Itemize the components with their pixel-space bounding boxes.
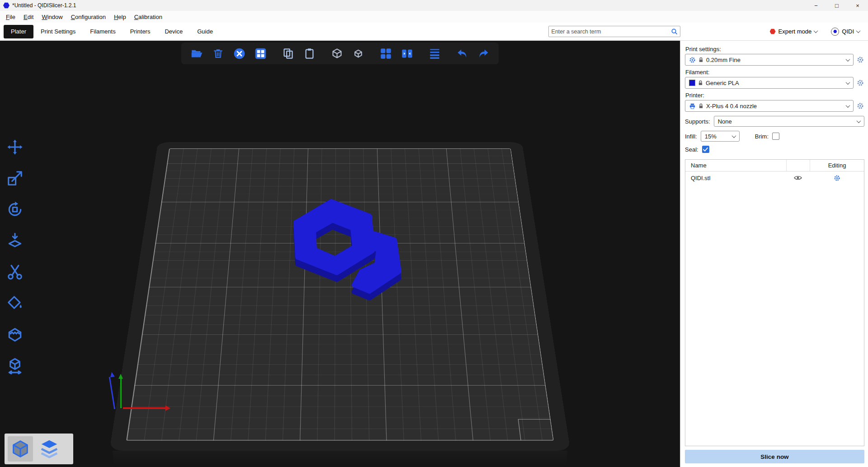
rotate-icon	[6, 201, 24, 218]
move-icon	[6, 138, 24, 156]
supports-combo[interactable]: None	[714, 116, 864, 127]
place-on-face-tool[interactable]	[5, 230, 25, 251]
menu-file[interactable]: File	[2, 12, 19, 22]
close-button[interactable]: ×	[847, 0, 868, 11]
measure-tool[interactable]	[5, 355, 25, 376]
place-on-face-icon	[6, 232, 24, 249]
variable-layer-height-button[interactable]	[426, 45, 443, 62]
printer-icon	[689, 103, 696, 110]
gear-icon	[857, 79, 864, 86]
delete-all-button[interactable]	[231, 45, 247, 62]
split-to-parts-button[interactable]	[399, 45, 415, 62]
cut-tool[interactable]	[5, 262, 25, 282]
open-file-button[interactable]	[189, 45, 205, 62]
brim-checkbox[interactable]	[772, 133, 779, 140]
menu-edit[interactable]: Edit	[19, 12, 38, 22]
column-visibility	[786, 160, 810, 171]
tab-print-settings[interactable]: Print Settings	[33, 25, 83, 38]
eye-icon[interactable]	[794, 175, 802, 181]
minimize-button[interactable]: −	[806, 0, 826, 11]
filament-gear-button[interactable]	[856, 79, 864, 87]
add-instance-icon	[331, 48, 343, 60]
menu-configuration[interactable]: Configuration	[67, 12, 110, 22]
object-list: Name Editing QIDI.stl	[685, 159, 864, 446]
scale-tool[interactable]	[5, 168, 25, 189]
copy-button[interactable]	[280, 45, 296, 62]
layer-height-icon	[429, 48, 441, 60]
split-objects-icon	[380, 48, 392, 60]
filament-value: Generic PLA	[706, 80, 739, 86]
model-qidi-stl[interactable]	[264, 198, 410, 301]
move-tool[interactable]	[5, 137, 25, 157]
column-editing: Editing	[810, 160, 864, 171]
menu-calibration[interactable]: Calibration	[130, 12, 166, 22]
infill-combo[interactable]: 15%	[701, 131, 740, 142]
menu-bar: File Edit Window Configuration Help Cali…	[0, 11, 868, 23]
tab-guide[interactable]: Guide	[190, 25, 220, 38]
paste-icon	[303, 48, 316, 60]
paint-bucket-icon	[6, 295, 24, 312]
layers-view-icon	[39, 438, 60, 459]
object-row[interactable]: QIDI.stl	[685, 172, 864, 184]
delete-button[interactable]	[210, 45, 226, 62]
printer-combo[interactable]: X-Plus 4 0.4 nozzle	[685, 100, 854, 112]
column-name: Name	[685, 162, 786, 169]
infill-value: 15%	[705, 133, 717, 140]
lock-icon	[698, 57, 703, 63]
account-label: QIDI	[842, 28, 854, 35]
account-menu[interactable]: QIDI	[831, 28, 860, 36]
tab-printers[interactable]: Printers	[123, 25, 158, 38]
slice-now-button[interactable]: Slice now	[685, 450, 864, 463]
chevron-down-icon	[814, 29, 818, 33]
view-3d-button[interactable]	[8, 436, 33, 462]
chevron-down-icon	[856, 29, 861, 33]
chevron-down-icon	[857, 119, 861, 123]
check-icon	[703, 148, 708, 152]
remove-instance-button[interactable]	[350, 45, 366, 62]
seal-checkbox[interactable]	[702, 146, 709, 153]
menu-help[interactable]: Help	[110, 12, 130, 22]
tab-plater[interactable]: Plater	[4, 25, 33, 38]
arrange-icon	[255, 48, 267, 60]
object-list-header: Name Editing	[685, 160, 864, 172]
arrange-button[interactable]	[252, 45, 269, 62]
window-title: *Untitled - QIDISlicer-1.2.1	[12, 2, 76, 9]
support-paint-tool[interactable]	[5, 293, 25, 314]
split-to-objects-button[interactable]	[377, 45, 394, 62]
fuzzy-skin-tool[interactable]	[5, 324, 25, 345]
mode-selector[interactable]: Expert mode	[770, 28, 818, 35]
infill-label: Infill:	[685, 133, 697, 140]
seal-label: Seal:	[685, 146, 698, 153]
print-settings-gear-button[interactable]	[856, 56, 864, 64]
tab-device[interactable]: Device	[157, 25, 190, 38]
rotate-tool[interactable]	[5, 199, 25, 220]
redo-icon	[477, 48, 490, 60]
printer-gear-button[interactable]	[856, 102, 864, 110]
maximize-button[interactable]: □	[826, 0, 847, 11]
print-settings-combo[interactable]: 0.20mm Fine	[685, 54, 854, 66]
add-instance-button[interactable]	[329, 45, 345, 62]
measure-icon	[6, 357, 24, 374]
edit-settings-icon[interactable]	[834, 175, 840, 181]
print-settings-value: 0.20mm Fine	[706, 57, 741, 63]
paste-button[interactable]	[301, 45, 317, 62]
bed-corner-notch	[518, 419, 553, 440]
search-box	[548, 26, 680, 37]
view-layers-button[interactable]	[37, 436, 62, 462]
supports-value: None	[718, 118, 732, 125]
redo-button[interactable]	[475, 45, 491, 62]
object-name: QIDI.stl	[685, 175, 786, 181]
app-icon	[3, 2, 9, 9]
gear-icon	[857, 56, 864, 63]
tab-filaments[interactable]: Filaments	[83, 25, 123, 38]
3d-viewport[interactable]	[0, 41, 680, 467]
window-controls: − □ ×	[806, 0, 868, 11]
undo-button[interactable]	[454, 45, 470, 62]
search-icon	[671, 28, 678, 35]
filament-combo[interactable]: Generic PLA	[685, 77, 854, 89]
cut-icon	[6, 263, 24, 281]
chevron-down-icon	[846, 80, 850, 85]
menu-window[interactable]: Window	[38, 12, 66, 22]
filament-color-swatch	[689, 80, 695, 86]
search-input[interactable]	[549, 29, 671, 35]
